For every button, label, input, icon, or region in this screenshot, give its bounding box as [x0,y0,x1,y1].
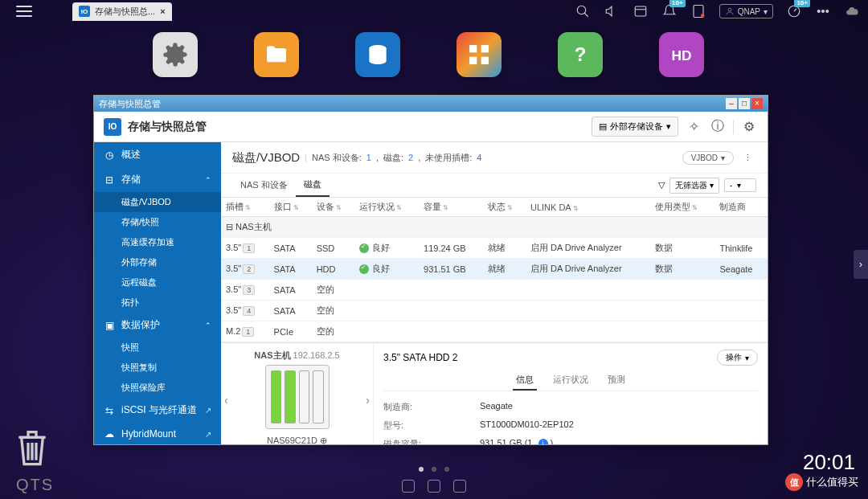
sidebar-cache[interactable]: 高速缓存加速 [94,232,221,252]
sidebar-hybridmount[interactable]: ☁HybridMount↗ [94,423,221,444]
svg-rect-2 [635,6,646,16]
maximize-button[interactable]: □ [739,98,750,109]
empty-select[interactable]: - ▾ [724,178,756,192]
appcenter-icon[interactable] [457,32,502,77]
zoom-icon[interactable]: ⊕ [320,436,327,444]
tab-nas-devices[interactable]: NAS 和设备 [232,174,296,196]
col-health[interactable]: 运行状况⇅ [354,198,419,217]
nas-image [265,365,330,429]
table-row[interactable]: 3.5"2 SATAHDD 良好 931.51 GB就绪 启用 DA Drive… [221,259,768,280]
col-state[interactable]: 状态⇅ [483,198,526,217]
dtab-health[interactable]: 运行状况 [550,370,592,391]
iscsi-icon: ⇆ [104,405,115,416]
user-menu[interactable]: QNAP▾ [719,4,773,18]
col-mfr[interactable]: 制造商 [714,198,768,217]
cloud-icon[interactable] [844,3,860,19]
settings-icon[interactable]: ⚙ [740,118,758,136]
dtab-predict[interactable]: 预测 [604,370,628,391]
svg-text:?: ? [575,43,587,65]
clock: 20:01 [803,450,855,475]
da-link[interactable]: 启用 DA Drive Analyzer [526,259,650,280]
svg-point-5 [701,14,705,18]
sidebar-storage-snapshot[interactable]: 存储/快照 [94,212,221,232]
window-titlebar[interactable]: 存储与快照总管 – □ × [94,96,768,112]
sidebar-overview[interactable]: ◷概述 [94,142,221,167]
table-row[interactable]: 3.5"1 SATASSD 良好 119.24 GB就绪 启用 DA Drive… [221,238,768,259]
filter-icon[interactable]: ▽ [658,180,665,190]
header-title: IO 存储与快照总管 [104,118,207,136]
volume-icon[interactable] [604,3,620,19]
close-icon[interactable]: × [160,6,165,16]
search-icon[interactable] [575,3,591,19]
sidebar-snapshot[interactable]: 快照 [94,337,221,358]
dashboard-icon[interactable]: 10+ [786,3,802,19]
action-button[interactable]: 操作▾ [717,350,758,366]
tasks-icon[interactable] [633,3,649,19]
tab-disks[interactable]: 磁盘 [296,174,330,197]
trash-icon[interactable] [16,427,48,467]
filter-select[interactable]: 无筛选器 ▾ [669,178,719,194]
info-icon[interactable]: ⓘ [709,118,727,136]
table-row[interactable]: M.21 PCIe空的 [221,321,768,342]
overview-icon: ◷ [104,149,115,161]
breadcrumb: 磁盘/VJBOD | NAS 和设备: 1 , 磁盘: 2 , 未使用插槽: 4… [221,142,768,174]
sidebar-storage[interactable]: ⊟存储⌃ [94,167,221,192]
table-row[interactable]: 3.5"4 SATA空的 [221,301,768,321]
svg-point-8 [817,10,820,13]
col-usage[interactable]: 使用类型⇅ [650,198,714,217]
sub-tabs: NAS 和设备 磁盘 ▽ 无筛选器 ▾ - ▾ [221,174,768,198]
devices-icon[interactable] [690,3,706,19]
bell-icon[interactable]: 10+ [661,3,678,19]
detail-panel: ⌄ ‹ › NAS主机 192.168.2.5 NAS69C21D ⊕ 1 / … [221,342,768,444]
window-toolbar: IO 存储与快照总管 ▤ 外部存储设备▾ ✧ ⓘ ⚙ [94,112,768,142]
page-indicator[interactable] [419,467,449,472]
hd-app-icon[interactable]: HD [659,32,704,77]
info-icon[interactable]: i [538,439,548,444]
help-app-icon[interactable]: ? [558,32,603,77]
menu-icon[interactable] [16,6,32,17]
sidebar-disk-vjbod[interactable]: 磁盘/VJBOD [94,192,221,212]
sidebar-topology[interactable]: 拓扑 [94,292,221,313]
window-title: 存储与快照总管 [99,98,161,110]
col-slot[interactable]: 插槽⇅ [221,198,269,217]
da-link[interactable]: 启用 DA Drive Analyzer [526,238,650,259]
prev-icon[interactable]: ‹ [224,394,228,407]
external-link-icon: ↗ [205,430,211,439]
taskbar-tab[interactable]: IO 存储与快照总... × [72,2,172,21]
svg-point-6 [728,8,731,11]
sidebar-iscsi[interactable]: ⇆iSCSI 与光纤通道↗ [94,398,221,423]
sidebar-snapshot-vault[interactable]: 快照保险库 [94,378,221,398]
sidebar-remote[interactable]: 远程磁盘 [94,272,221,292]
next-icon[interactable]: › [366,394,370,407]
svg-rect-15 [469,57,477,64]
more-icon[interactable] [815,3,831,19]
sidebar-external[interactable]: 外部存储 [94,252,221,272]
side-panel-toggle[interactable]: › [854,250,868,279]
table-group[interactable]: ⊟ NAS主机 [221,217,768,238]
tab-title: 存储与快照总... [95,6,155,18]
minimize-button[interactable]: – [726,98,737,109]
dtab-info[interactable]: 信息 [513,370,537,391]
bottom-icons[interactable] [402,480,466,493]
qts-logo: QTS [16,476,54,494]
more-icon[interactable]: ⋮ [739,149,756,166]
external-storage-button[interactable]: ▤ 外部存储设备▾ [592,117,678,137]
col-iface[interactable]: 接口⇅ [269,198,312,217]
close-button[interactable]: × [751,98,763,109]
storage-icon: ⊟ [104,174,115,186]
files-app-icon[interactable] [254,32,299,77]
col-capacity[interactable]: 容量⇅ [419,198,483,217]
storage-app-icon[interactable] [355,32,400,77]
wizard-icon[interactable]: ✧ [685,118,702,136]
sidebar-snapshot-replica[interactable]: 快照复制 [94,358,221,378]
table-row[interactable]: 3.5"3 SATA空的 [221,280,768,301]
col-ulink[interactable]: ULINK DA⇅ [526,198,650,217]
desktop-dock: ? HD [0,22,868,77]
settings-app-icon[interactable] [153,32,198,77]
svg-point-10 [826,10,829,13]
storage-manager-window: 存储与快照总管 – □ × IO 存储与快照总管 ▤ 外部存储设备▾ ✧ ⓘ ⚙… [93,95,768,445]
sidebar-data-protection[interactable]: ▣数据保护⌃ [94,313,221,337]
svg-point-0 [577,6,586,14]
col-device[interactable]: 设备⇅ [312,198,354,217]
vjbod-button[interactable]: VJBOD▾ [682,151,734,165]
